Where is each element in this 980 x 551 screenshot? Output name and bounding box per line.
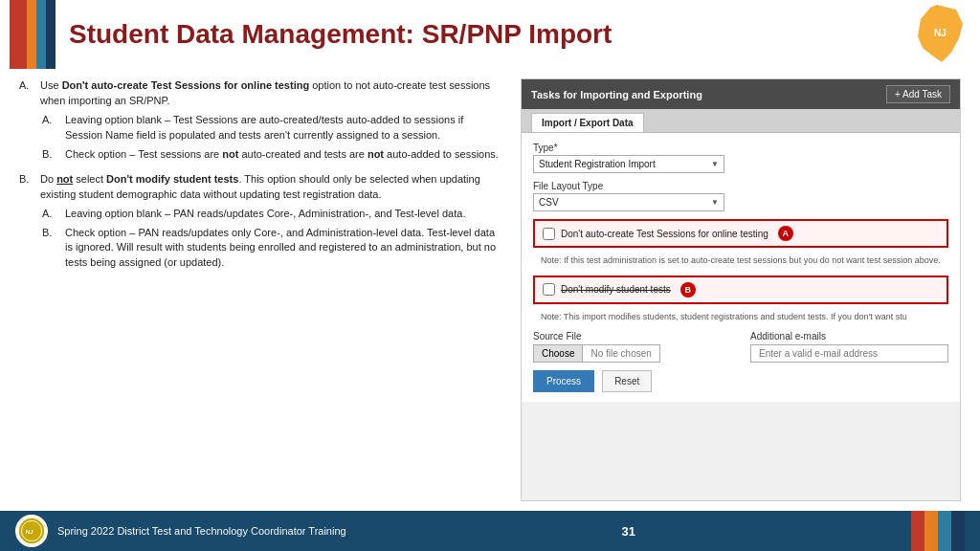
- point-b-text: Do not select Don't modify student tests…: [40, 172, 501, 203]
- main-content: A. Use Don't auto-create Test Sessions f…: [0, 69, 980, 511]
- reset-button[interactable]: Reset: [602, 370, 652, 392]
- type-group: Type* Student Registration Import ▼: [533, 143, 948, 173]
- sub-points-b: A. Leaving option blank – PAN reads/upda…: [42, 207, 501, 272]
- sub-ab-text: Check option – Test sessions are not aut…: [65, 147, 499, 163]
- slide-title: Student Data Management: SR/PNP Import: [69, 19, 970, 50]
- right-panel: Tasks for Importing and Exporting + Add …: [521, 78, 961, 501]
- source-row: Source File Choose No file chosen Additi…: [533, 331, 948, 363]
- logo-bar-orange: [27, 0, 36, 69]
- checkbox-a[interactable]: [543, 228, 555, 240]
- point-b-label: B.: [19, 172, 34, 203]
- badge-b: B: [680, 282, 696, 298]
- sub-bb-label: B.: [42, 226, 59, 272]
- sub-point-ab: B. Check option – Test sessions are not …: [42, 147, 501, 163]
- checkbox-b-label: Don't modify student tests: [561, 284, 671, 295]
- svg-text:NJ: NJ: [934, 28, 947, 38]
- svg-text:NJ: NJ: [26, 528, 33, 535]
- choose-file-button[interactable]: Choose: [533, 344, 583, 363]
- file-layout-group: File Layout Type CSV ▼: [533, 181, 948, 211]
- point-b-bold: Don't modify student tests: [106, 173, 238, 185]
- checkbox-a-label: Don't auto-create Test Sessions for onli…: [561, 229, 768, 239]
- form-area: Type* Student Registration Import ▼ File…: [522, 133, 960, 402]
- source-label: Source File: [533, 331, 731, 342]
- logo: [10, 0, 56, 69]
- file-name-display: No file chosen: [583, 344, 659, 363]
- sub-ba-text: Leaving option blank – PAN reads/updates…: [65, 207, 465, 222]
- logo-bar-darkblue: [46, 0, 56, 69]
- sub-point-aa: A. Leaving option blank – Test Sessions …: [42, 113, 501, 143]
- footer-bar-teal: [938, 511, 951, 551]
- type-label: Type*: [533, 143, 948, 153]
- badge-a: A: [778, 226, 793, 241]
- tab-bar: Import / Export Data: [522, 109, 960, 133]
- note-b: Note: This import modifies students, stu…: [533, 308, 948, 326]
- sub-point-ba: A. Leaving option blank – PAN reads/upda…: [42, 207, 501, 222]
- footer-page: 31: [622, 524, 635, 539]
- type-select-value: Student Registration Import: [539, 159, 656, 169]
- add-task-button[interactable]: + Add Task: [886, 85, 950, 103]
- file-row: Choose No file chosen: [533, 344, 731, 363]
- file-layout-select[interactable]: CSV ▼: [533, 193, 724, 211]
- file-layout-label: File Layout Type: [533, 181, 948, 191]
- footer-text: Spring 2022 District Test and Technology…: [57, 525, 346, 537]
- footer-left: NJ Spring 2022 District Test and Technol…: [15, 515, 346, 547]
- section-b: B. Do not select Don't modify student te…: [19, 172, 501, 272]
- source-col: Source File Choose No file chosen: [533, 331, 731, 363]
- footer-bar-orange: [924, 511, 938, 551]
- sub-ba-label: A.: [42, 207, 59, 222]
- checkbox-b[interactable]: [543, 283, 555, 296]
- footer-bars: [911, 511, 965, 551]
- note-a: Note: If this test administration is set…: [533, 252, 948, 270]
- sub-aa-text: Leaving option blank – Test Sessions are…: [65, 113, 501, 143]
- left-panel: A. Use Don't auto-create Test Sessions f…: [19, 78, 501, 501]
- sub-points-a: A. Leaving option blank – Test Sessions …: [42, 113, 501, 163]
- footer-bar-red: [911, 511, 924, 551]
- sub-ab-label: B.: [42, 147, 59, 163]
- footer-bar-darkblue: [951, 511, 965, 551]
- file-layout-arrow: ▼: [711, 198, 719, 207]
- action-row: Process Reset: [533, 370, 948, 392]
- sub-point-bb: B. Check option – PAN reads/updates only…: [42, 226, 501, 272]
- footer: NJ Spring 2022 District Test and Technol…: [0, 511, 980, 551]
- footer-seal: NJ: [15, 515, 48, 547]
- main-point-a: A. Use Don't auto-create Test Sessions f…: [19, 78, 501, 109]
- sub-bb-text: Check option – PAN reads/updates only Co…: [65, 226, 501, 272]
- nj-shape-icon: NJ: [903, 0, 970, 67]
- file-layout-value: CSV: [539, 197, 559, 208]
- point-a-label: A.: [19, 78, 34, 109]
- email-input[interactable]: [750, 344, 948, 363]
- task-header: Tasks for Importing and Exporting + Add …: [522, 79, 960, 109]
- type-select[interactable]: Student Registration Import ▼: [533, 155, 724, 173]
- section-a: A. Use Don't auto-create Test Sessions f…: [19, 78, 501, 163]
- checkbox-b-row: Don't modify student tests B: [533, 276, 948, 304]
- email-col: Additional e-mails: [750, 331, 948, 363]
- sub-ab-not2: not: [368, 148, 384, 160]
- import-export-tab[interactable]: Import / Export Data: [531, 113, 644, 132]
- logo-bar-red: [10, 0, 27, 69]
- type-select-arrow: ▼: [711, 160, 719, 168]
- point-a-bold: Don't auto-create Test Sessions for onli…: [62, 79, 310, 91]
- sub-ab-not1: not: [222, 148, 238, 160]
- point-b-not: not: [56, 173, 73, 185]
- logo-bar-teal: [36, 0, 46, 69]
- email-label: Additional e-mails: [750, 331, 948, 342]
- task-header-title: Tasks for Importing and Exporting: [531, 89, 702, 100]
- sub-aa-label: A.: [42, 113, 59, 143]
- main-point-b: B. Do not select Don't modify student te…: [19, 172, 501, 203]
- process-button[interactable]: Process: [533, 370, 594, 392]
- point-a-text: Use Don't auto-create Test Sessions for …: [40, 78, 501, 109]
- slide-header: Student Data Management: SR/PNP Import N…: [0, 0, 980, 69]
- checkbox-a-row: Don't auto-create Test Sessions for onli…: [533, 219, 948, 248]
